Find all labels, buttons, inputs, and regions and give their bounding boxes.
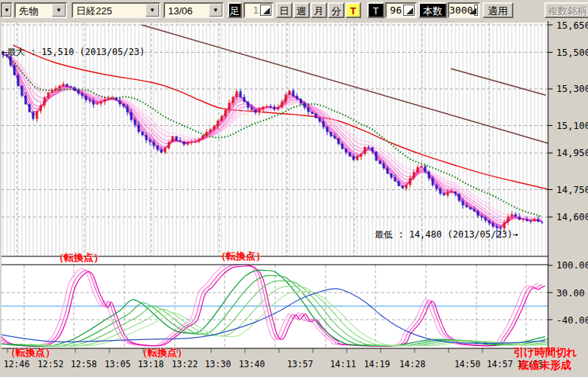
period-monthly-button[interactable]: 月 (311, 2, 327, 18)
chevron-down-icon[interactable]: ▼ (2, 4, 11, 17)
stepper-icon[interactable] (260, 5, 271, 16)
instrument-value: 先物 (16, 4, 52, 17)
chevron-down-icon[interactable]: ▼ (52, 4, 66, 17)
tick-count-label: T (367, 2, 384, 18)
price-axis-label: 14,600 (556, 211, 588, 222)
price-axis-label: 15,500 (556, 47, 588, 58)
mini-dropdown[interactable]: ▼ (1, 2, 13, 18)
time-axis-label: 14:50 (455, 359, 481, 369)
period-minute-button[interactable]: 分 (328, 2, 345, 18)
price-axis-label: 14,750 (556, 184, 588, 195)
time-axis-label: 15:05 (517, 359, 544, 369)
stepper-icon[interactable] (474, 5, 478, 16)
price-axis-label: 14,950 (556, 147, 588, 158)
chevron-down-icon[interactable]: ▼ (145, 4, 159, 17)
time-axis-label: 14:11 (330, 359, 357, 369)
time-axis-label: 13:57 (287, 359, 314, 369)
time-axis-label: 14:19 (364, 359, 390, 369)
contract-month-select[interactable]: 13/06 ▼ (164, 2, 224, 18)
time-axis-label: 13:40 (239, 359, 265, 369)
instrument-select[interactable]: 先物 ▼ (14, 2, 67, 18)
time-axis-label: 13:22 (172, 359, 198, 369)
time-axis-label: 12:46 (4, 359, 30, 369)
bar-interval-value: 1 (245, 4, 260, 17)
contract-month-value: 13/06 (165, 4, 209, 17)
chevron-down-icon[interactable]: ▼ (209, 4, 222, 17)
period-daily-button[interactable]: 日 (276, 2, 292, 18)
time-axis-label: 12:58 (71, 359, 97, 369)
bar-count-label: 本数 (418, 2, 447, 18)
price-axis-label: 15,300 (556, 83, 588, 94)
apply-button[interactable]: 適用 (482, 2, 513, 18)
bar-interval-stepper[interactable]: 1 (243, 2, 274, 18)
oscillator-axis-label: 100.00 (556, 259, 588, 271)
oscillator-axis-label: 30.00 (556, 287, 585, 299)
tick-count-stepper[interactable]: 96 (385, 2, 417, 18)
main-plot-area[interactable] (2, 23, 548, 256)
time-axis-label: 13:05 (105, 359, 131, 369)
bar-count-stepper[interactable]: 3000 (448, 2, 480, 18)
multi-symbol-button[interactable]: 複数銘柄 (544, 2, 588, 18)
toolbar: ▼ 先物 ▼ 日経225 ▼ 13/06 ▼ 足 1 日 週 月 分 T T 9… (0, 0, 588, 21)
stepper-icon[interactable] (403, 5, 415, 16)
time-axis-label: 14:57 (487, 359, 513, 369)
time-axis-label: 13:18 (138, 359, 164, 369)
time-axis-label: 13:30 (205, 359, 231, 369)
tick-count-value: 96 (387, 4, 403, 17)
symbol-value: 日経225 (73, 4, 145, 17)
period-tick-button[interactable]: T (345, 2, 361, 18)
time-axis-label: 14:28 (400, 359, 426, 369)
period-weekly-button[interactable]: 週 (293, 2, 310, 18)
oscillator-axis-label: -40.00 (556, 314, 588, 326)
chart-canvas[interactable]: 15,65015,50015,30015,10014,95014,75014,6… (0, 0, 588, 377)
time-axis-label: 12:52 (38, 359, 64, 369)
price-axis-label: 15,100 (556, 120, 588, 131)
bar-type-button[interactable]: 足 (228, 2, 242, 18)
symbol-select[interactable]: 日経225 ▼ (72, 2, 161, 18)
